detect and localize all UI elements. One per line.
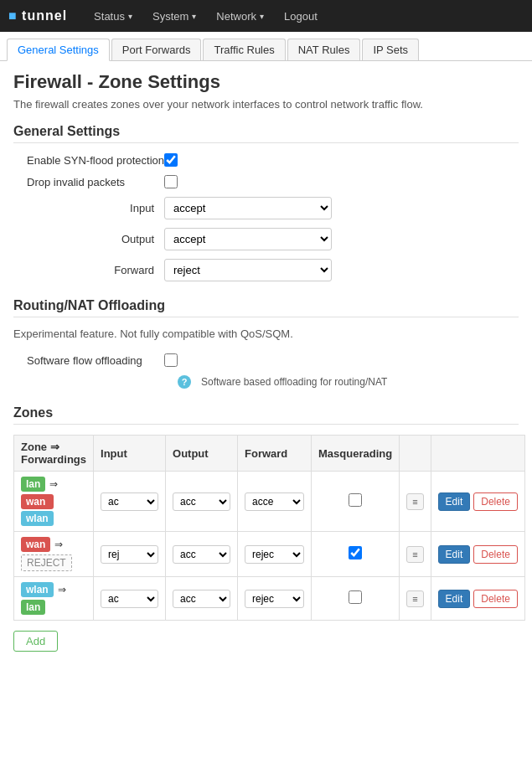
input-label: Input: [13, 202, 164, 214]
offloading-description: Experimental feature. Not fully compatib…: [13, 327, 519, 340]
help-icon: ?: [178, 375, 191, 389]
wlan-menu-cell: ≡: [400, 577, 431, 621]
wlan-forward-cell: rejec acce drop: [238, 577, 312, 621]
col-forward: Forward: [238, 436, 312, 472]
wan-delete-button[interactable]: Delete: [473, 545, 518, 564]
lan-forward-cell: acce rejec drop: [238, 472, 312, 532]
wan-input-cell: rej ac drop: [94, 532, 166, 577]
syn-flood-row: Enable SYN-flood protection: [13, 153, 519, 167]
col-input: Input: [94, 436, 166, 472]
sw-flow-help-row: ? Software based offloading for routing/…: [13, 375, 519, 389]
wlan-forward-select[interactable]: rejec acce drop: [245, 590, 304, 608]
network-dropdown-arrow: ▾: [260, 12, 264, 21]
forward-badge-wan: wan: [21, 494, 54, 509]
add-zone-button[interactable]: Add: [13, 631, 58, 652]
general-settings-section: General Settings Enable SYN-flood protec…: [13, 124, 519, 281]
sw-flow-checkbox[interactable]: [164, 353, 178, 367]
col-output: Output: [166, 436, 238, 472]
wan-output-cell: acc rej drop: [166, 532, 238, 577]
wan-masq-cell: [312, 532, 400, 577]
status-dropdown-arrow: ▾: [128, 12, 132, 21]
col-zone-forwardings: Zone ⇒Forwardings: [14, 436, 94, 472]
wan-edit-button[interactable]: Edit: [438, 545, 471, 564]
tab-port-forwards[interactable]: Port Forwards: [111, 39, 202, 60]
forward-select[interactable]: accept reject drop: [164, 259, 332, 281]
lan-input-cell: ac rej drop: [94, 472, 166, 532]
lan-delete-button[interactable]: Delete: [473, 492, 518, 511]
wlan-input-select[interactable]: ac rej drop: [101, 590, 158, 608]
tab-general-settings[interactable]: General Settings: [7, 39, 110, 61]
navbar: ■ tunnel Status ▾ System ▾ Network ▾ Log…: [0, 0, 532, 32]
wan-menu-button[interactable]: ≡: [406, 546, 423, 563]
col-actions: [431, 436, 524, 472]
zone-cell-wan: wan ⇒ REJECT: [14, 532, 94, 577]
wlan-output-select[interactable]: acc rej drop: [173, 590, 230, 608]
lan-forward-select[interactable]: acce rejec drop: [245, 492, 304, 511]
syn-flood-checkbox[interactable]: [164, 153, 178, 167]
lan-edit-button[interactable]: Edit: [438, 492, 471, 511]
forward-badge-wlan: wlan: [21, 511, 54, 526]
wlan-menu-button[interactable]: ≡: [406, 590, 423, 607]
input-select[interactable]: accept reject drop: [164, 197, 332, 219]
output-select[interactable]: accept reject drop: [164, 228, 332, 250]
input-row: Input accept reject drop: [13, 197, 519, 219]
wlan-edit-button[interactable]: Edit: [438, 590, 471, 608]
zone-badge-lan: lan: [21, 477, 45, 492]
drop-invalid-label: Drop invalid packets: [13, 176, 164, 188]
tab-traffic-rules[interactable]: Traffic Rules: [203, 39, 285, 60]
sw-flow-help-text: Software based offloading for routing/NA…: [201, 376, 387, 388]
syn-flood-label: Enable SYN-flood protection: [13, 154, 164, 167]
zone-cell-lan: lan ⇒ wan wlan: [14, 472, 94, 532]
drop-invalid-checkbox[interactable]: [164, 175, 178, 188]
zones-section: Zones Zone ⇒Forwardings Input Output For…: [13, 405, 519, 652]
forward-row: Forward accept reject drop: [13, 259, 519, 281]
col-menu: [400, 436, 431, 472]
tab-nat-rules[interactable]: NAT Rules: [287, 39, 361, 60]
table-row: wan ⇒ REJECT rej ac drop: [14, 532, 525, 577]
lan-menu-cell: ≡: [400, 472, 431, 532]
lan-output-cell: acc rej drop: [166, 472, 238, 532]
drop-invalid-row: Drop invalid packets: [13, 175, 519, 188]
system-dropdown-arrow: ▾: [192, 12, 196, 21]
table-row: lan ⇒ wan wlan ac rej drop: [14, 472, 525, 532]
sw-flow-label: Software flow offloading: [13, 354, 164, 367]
forward-badge-lan: lan: [21, 600, 45, 615]
wan-forward-select[interactable]: rejec acce drop: [245, 545, 304, 564]
lan-masq-checkbox[interactable]: [349, 493, 362, 507]
output-row: Output accept reject drop: [13, 228, 519, 250]
wan-menu-cell: ≡: [400, 532, 431, 577]
wlan-delete-button[interactable]: Delete: [473, 590, 518, 608]
nav-system[interactable]: System ▾: [142, 0, 206, 32]
forward-label: Forward: [13, 264, 164, 276]
wan-forward-box: REJECT: [21, 554, 72, 571]
lan-forwards: wan wlan: [21, 494, 54, 526]
nav-status[interactable]: Status ▾: [84, 0, 142, 32]
nav-logout[interactable]: Logout: [274, 0, 328, 32]
wan-masq-checkbox[interactable]: [349, 546, 362, 559]
wlan-masq-checkbox[interactable]: [349, 590, 362, 604]
tab-ip-sets[interactable]: IP Sets: [362, 39, 419, 60]
wan-input-select[interactable]: rej ac drop: [101, 545, 158, 564]
general-settings-heading: General Settings: [13, 124, 519, 143]
zone-badge-wan: wan: [21, 537, 50, 552]
lan-menu-button[interactable]: ≡: [406, 493, 423, 510]
wlan-masq-cell: [312, 577, 400, 621]
zone-cell-wlan: wlan ⇒ lan: [14, 577, 94, 621]
lan-action-cell: Edit Delete: [431, 472, 524, 532]
wlan-output-cell: acc rej drop: [166, 577, 238, 621]
zones-table: Zone ⇒Forwardings Input Output Forward M…: [13, 435, 525, 621]
lan-input-select[interactable]: ac rej drop: [101, 492, 158, 511]
main-content: Firewall - Zone Settings The firewall cr…: [0, 61, 532, 662]
offloading-heading: Routing/NAT Offloading: [13, 298, 519, 317]
col-masquerading: Masquerading: [312, 436, 400, 472]
lan-output-select[interactable]: acc rej drop: [173, 492, 230, 511]
lan-masq-cell: [312, 472, 400, 532]
table-row: wlan ⇒ lan ac rej drop: [14, 577, 525, 621]
nav-network[interactable]: Network ▾: [206, 0, 274, 32]
offloading-section: Routing/NAT Offloading Experimental feat…: [13, 298, 519, 389]
tab-bar: General Settings Port Forwards Traffic R…: [0, 32, 532, 61]
wan-output-select[interactable]: acc rej drop: [173, 545, 230, 564]
sw-flow-row: Software flow offloading: [13, 353, 519, 367]
zones-heading: Zones: [13, 405, 519, 425]
page-title: Firewall - Zone Settings: [13, 71, 519, 93]
